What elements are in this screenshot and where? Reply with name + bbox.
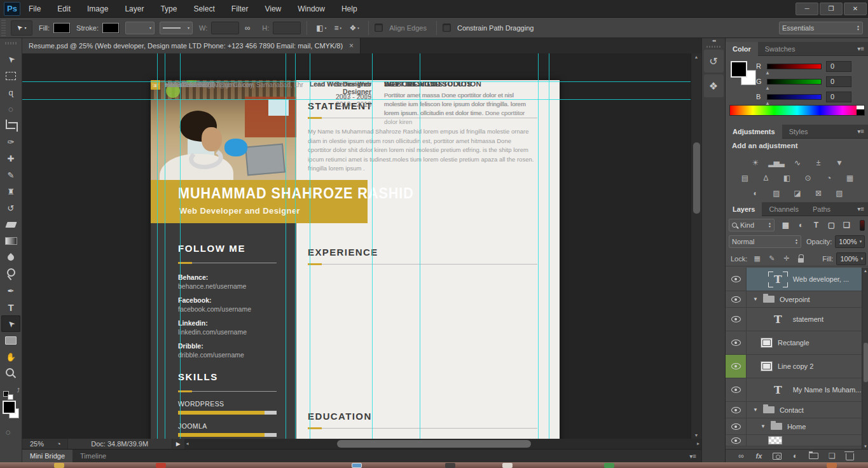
lock-position-icon[interactable]: ✛ xyxy=(782,254,791,263)
selective-color-icon[interactable]: ⊠ xyxy=(811,188,826,198)
hand-tool[interactable]: ✋ xyxy=(1,348,20,365)
panel-menu-icon[interactable]: ▾≡ xyxy=(857,128,864,135)
dodge-tool[interactable] xyxy=(1,266,20,282)
layer-visibility-toggle[interactable] xyxy=(726,378,747,401)
layers-scroll-thumb[interactable] xyxy=(864,343,868,382)
move-tool[interactable]: ➤ xyxy=(1,51,20,67)
filter-pixel-layers-icon[interactable]: ▩ xyxy=(780,220,791,231)
quick-selection-tool[interactable]: ◌ xyxy=(1,100,20,117)
scroll-down-icon[interactable]: ▼ xyxy=(691,433,701,437)
channel-slider[interactable] xyxy=(767,79,822,85)
spot-healing-brush-tool[interactable]: ✚ xyxy=(1,150,20,167)
bottom-panel-tab[interactable]: Mini Bridge xyxy=(22,450,72,463)
clone-stamp-tool[interactable]: ♜ xyxy=(1,183,20,200)
path-selection-tool[interactable]: ➤ xyxy=(1,315,20,332)
new-adjustment-layer-icon[interactable]: ◐ xyxy=(791,451,799,460)
threshold-icon[interactable]: ◪ xyxy=(790,188,805,198)
channel-value-field[interactable]: 0 xyxy=(826,61,851,72)
canvas[interactable]: MUHAMMAD SHAHROZE RASHID Web Developer a… xyxy=(22,53,691,439)
layer-visibility-toggle[interactable] xyxy=(726,291,747,307)
panel-tab[interactable]: Swatches xyxy=(758,42,803,56)
zoom-level-field[interactable]: 25% xyxy=(30,440,52,448)
filter-type-layers-icon[interactable]: T xyxy=(811,220,822,231)
vertical-scroll-thumb[interactable] xyxy=(693,142,700,214)
history-panel-button[interactable]: ↺ xyxy=(704,50,724,72)
menu-item[interactable]: Filter xyxy=(223,0,257,18)
panel-tab[interactable]: Adjustments xyxy=(726,125,782,139)
shape-height-input[interactable] xyxy=(273,22,301,34)
stroke-type-dropdown[interactable]: ▾ xyxy=(160,22,193,34)
color-balance-icon[interactable]: ∆ xyxy=(758,172,773,183)
panel-menu-icon[interactable]: ▾≡ xyxy=(689,453,696,460)
layer-visibility-toggle[interactable] xyxy=(726,355,747,378)
swap-colors-icon[interactable]: ⤴ xyxy=(3,389,18,398)
close-button[interactable]: ✕ xyxy=(844,3,867,15)
color-lookup-icon[interactable]: ▦ xyxy=(842,172,857,183)
panel-menu-icon[interactable]: ▾≡ xyxy=(857,45,864,52)
group-caret-icon[interactable]: ▼ xyxy=(753,407,758,413)
panel-tab[interactable]: Color xyxy=(726,42,758,56)
shape-width-input[interactable] xyxy=(211,22,239,34)
layer-row[interactable]: ▼ T Overpoint xyxy=(726,291,868,308)
add-layer-mask-icon[interactable] xyxy=(773,453,782,460)
hue-saturation-icon[interactable]: ▤ xyxy=(737,172,752,183)
panel-tab[interactable]: Channels xyxy=(762,202,805,216)
canvas-vertical-scrollbar[interactable]: ▲ ▼ xyxy=(691,53,701,439)
channel-slider[interactable] xyxy=(767,94,822,100)
document-tab[interactable]: Resume.psd @ 25% (Web developer, Design … xyxy=(22,38,361,53)
posterize-icon[interactable]: ▨ xyxy=(769,188,784,198)
history-brush-tool[interactable]: ↺ xyxy=(1,200,20,216)
crop-tool[interactable] xyxy=(1,117,20,134)
pen-tool[interactable]: ✒ xyxy=(1,282,20,299)
type-tool[interactable]: T xyxy=(1,299,20,315)
group-caret-icon[interactable]: ▼ xyxy=(753,296,758,302)
filter-adjustment-layers-icon[interactable]: ◐ xyxy=(796,220,806,231)
exposure-icon[interactable]: ± xyxy=(811,157,826,168)
layer-visibility-toggle[interactable] xyxy=(726,331,747,354)
layer-row[interactable]: ▼ T Web developer, ... xyxy=(726,268,868,291)
link-layers-icon[interactable]: ∞ xyxy=(737,451,745,460)
panel-menu-icon[interactable]: ▾≡ xyxy=(857,205,864,212)
document-size-status[interactable]: Doc: 34.8M/39.9M xyxy=(67,439,172,449)
rectangular-marquee-tool[interactable] xyxy=(1,67,20,84)
delete-layer-icon[interactable] xyxy=(846,453,854,460)
minimize-button[interactable]: ─ xyxy=(796,3,818,15)
filter-kind-dropdown[interactable]: Kind ▲▼ xyxy=(729,219,775,231)
channel-mixer-icon[interactable]: ◔ xyxy=(821,172,836,183)
layer-visibility-toggle[interactable] xyxy=(726,418,747,434)
layer-row[interactable]: ▼ T My Name Is Muham... xyxy=(726,378,868,402)
gradient-tool[interactable] xyxy=(1,233,20,249)
layer-visibility-toggle[interactable] xyxy=(726,402,747,418)
new-group-icon[interactable] xyxy=(809,453,818,459)
link-dimensions-icon[interactable]: ∞ xyxy=(239,21,256,35)
curves-icon[interactable]: ∿ xyxy=(790,157,805,168)
layer-row[interactable]: ▼ T xyxy=(726,435,868,446)
layer-row[interactable]: ▼ T statement xyxy=(726,308,868,331)
layer-visibility-toggle[interactable] xyxy=(726,435,747,446)
blend-mode-dropdown[interactable]: Normal ▲▼ xyxy=(729,235,801,248)
channel-slider[interactable] xyxy=(767,64,822,69)
menu-item[interactable]: Image xyxy=(79,0,116,18)
gradient-map-icon[interactable]: ▧ xyxy=(832,188,847,198)
lock-transparency-icon[interactable]: ▦ xyxy=(752,254,762,263)
layer-row[interactable]: ▼ T Rectangle xyxy=(726,331,868,355)
scroll-down-icon[interactable]: ▼ xyxy=(862,444,868,448)
layer-visibility-toggle[interactable] xyxy=(726,268,747,291)
lasso-tool[interactable]: ɋ xyxy=(1,84,20,100)
restore-button[interactable]: ❐ xyxy=(820,3,843,15)
filter-shape-layers-icon[interactable]: ▢ xyxy=(826,220,837,231)
fill-field[interactable]: 100%▼ xyxy=(836,252,866,265)
layer-row[interactable]: ▼ T Contact xyxy=(726,402,868,418)
invert-icon[interactable]: ◐ xyxy=(748,188,763,198)
menu-item[interactable]: Select xyxy=(185,0,223,18)
scroll-right-icon[interactable]: ▸ xyxy=(697,441,699,446)
filter-smart-objects-icon[interactable]: ❏ xyxy=(841,220,852,231)
group-caret-icon[interactable]: ▼ xyxy=(761,423,766,429)
status-flyout-icon[interactable]: ▶ xyxy=(176,441,181,447)
layer-row[interactable]: ▼ T Home xyxy=(726,418,868,435)
black-white-icon[interactable]: ◧ xyxy=(779,172,794,183)
scroll-up-icon[interactable]: ▲ xyxy=(862,269,868,273)
stroke-width-dropdown[interactable]: ▾ xyxy=(125,22,155,34)
tool-preset-button[interactable]: ➤▾ xyxy=(11,20,32,36)
bottom-panel-tab[interactable]: Timeline xyxy=(72,450,114,463)
